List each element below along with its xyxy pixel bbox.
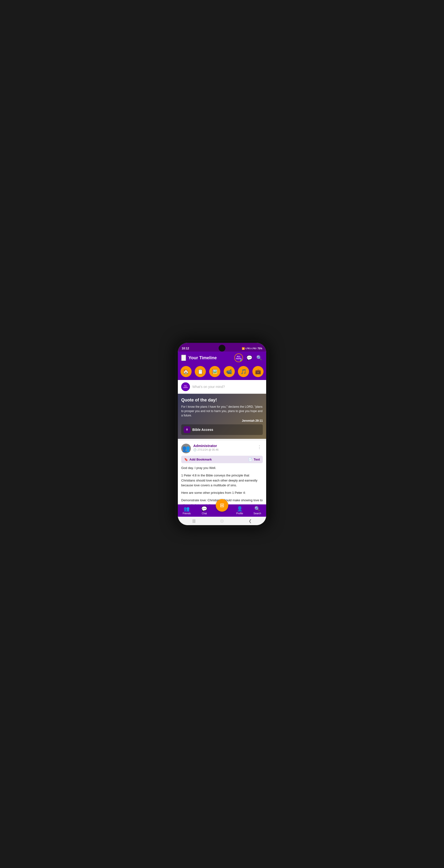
- content-area: ALLFAITH What's on your mind? Quote of t…: [178, 380, 266, 504]
- recent-apps-icon[interactable]: |||: [192, 519, 195, 523]
- nav-chat[interactable]: 💬 Chat: [197, 506, 212, 515]
- text-label: Text: [254, 458, 260, 461]
- post-action-bar: 🔖 Add Bookmark 📄 Text: [181, 456, 263, 463]
- home-indicator: ||| □ ❮: [178, 517, 266, 525]
- app-title: Your Timeline: [188, 355, 217, 361]
- quote-title: Quote of the day!: [181, 398, 263, 403]
- text-icon: 📄: [248, 458, 252, 461]
- feeds-fab-button[interactable]: ⊞: [216, 499, 228, 512]
- post-author-name: Administrator: [193, 444, 218, 448]
- post-timestamp: 🕐 27/11/24 @ 05:46: [193, 448, 218, 452]
- briefcase-icon-btn[interactable]: 💼: [253, 366, 264, 377]
- text-button[interactable]: 📄 Text: [248, 458, 260, 461]
- post-input-bar[interactable]: ALLFAITH What's on your mind?: [178, 380, 266, 394]
- quote-banner: Quote of the day! For I know the plans I…: [178, 394, 266, 439]
- user-avatar[interactable]: ALLFAITH: [234, 353, 243, 362]
- message-button[interactable]: 💬: [246, 354, 253, 361]
- search-button[interactable]: 🔍: [256, 354, 263, 361]
- chat-label: Chat: [202, 512, 207, 515]
- search-nav-icon: 🔍: [254, 506, 260, 512]
- user-avatar-small: ALLFAITH: [181, 382, 190, 391]
- home-button[interactable]: □: [221, 519, 223, 523]
- post-meta: Administrator 🕐 27/11/24 @ 05:46: [193, 444, 218, 452]
- feeds-grid-icon: ⊞: [220, 502, 224, 508]
- app-bar-left: ☰ Your Timeline: [181, 355, 217, 361]
- image-icon-btn[interactable]: 🖼️: [209, 366, 220, 377]
- friends-label: Friends: [183, 512, 190, 515]
- search-icon: 🔍: [256, 355, 262, 361]
- bookmark-label: Add Bookmark: [189, 458, 212, 461]
- news-icon-btn[interactable]: 📋: [195, 366, 206, 377]
- phone-screen: 10:12 📶 LTE1 LTE2 75% ☰ Your Timeline AL…: [178, 343, 266, 525]
- app-bar-right: ALLFAITH 💬 🔍: [234, 353, 263, 362]
- post-time-value: 27/11/24 @ 05:46: [197, 448, 218, 451]
- home-icon-btn[interactable]: 🏠: [180, 366, 191, 377]
- friends-icon: 👥: [184, 506, 190, 512]
- nav-search[interactable]: 🔍 Search: [250, 506, 264, 515]
- post-input-placeholder[interactable]: What's on your mind?: [192, 385, 225, 389]
- post-more-button[interactable]: ⋮: [256, 444, 263, 451]
- post-paragraph-1: God day. I pray you Well.: [181, 466, 263, 471]
- people-icon: 👥: [182, 445, 190, 452]
- chat-icon: 💬: [201, 506, 207, 512]
- message-icon: 💬: [246, 355, 253, 361]
- post-author-avatar: 👥: [181, 444, 191, 453]
- wifi-icon: 📶: [242, 347, 245, 350]
- bible-icon: ✝: [184, 426, 190, 433]
- camera-notch: [218, 345, 226, 351]
- post-paragraph-3: Here are some other principles from 1 Pe…: [181, 490, 263, 495]
- bottom-nav: ⊞ 👥 Friends 💬 Chat Feeds 👤 Profile 🔍 Sea…: [178, 504, 266, 517]
- user-avatar-logo: ALLFAITH: [181, 382, 190, 391]
- back-button[interactable]: ❮: [248, 519, 252, 523]
- online-badge: [240, 360, 242, 362]
- post-content: God day. I pray you Well. 1 Peter 4:8 in…: [181, 466, 263, 504]
- bible-access-btn[interactable]: ✝ Bible Access: [181, 424, 263, 435]
- profile-icon: 👤: [237, 506, 243, 512]
- post-paragraph-2: 1 Peter 4:8 in the Bible conveys the pri…: [181, 473, 263, 488]
- icon-row: 🏠 📋 🖼️ 📹 🎵 💼: [178, 364, 266, 380]
- music-icon-btn[interactable]: 🎵: [238, 366, 249, 377]
- bible-access-label: Bible Access: [192, 428, 213, 432]
- nav-friends[interactable]: 👥 Friends: [180, 506, 194, 515]
- quote-text: For I know the plans I have for you," de…: [181, 405, 263, 417]
- status-time: 10:12: [182, 347, 189, 350]
- menu-button[interactable]: ☰: [181, 355, 186, 361]
- post-header: 👥 Administrator 🕐 27/11/24 @ 05:46 ⋮: [181, 444, 263, 453]
- clock-icon: 🕐: [193, 448, 197, 451]
- phone-frame: 10:12 📶 LTE1 LTE2 75% ☰ Your Timeline AL…: [175, 340, 269, 528]
- nav-profile[interactable]: 👤 Profile: [232, 506, 247, 515]
- bookmark-icon: 🔖: [184, 458, 188, 461]
- lte-indicator: LTE1 LTE2: [246, 347, 257, 350]
- search-label: Search: [254, 512, 261, 515]
- status-indicators: 📶 LTE1 LTE2 75%: [242, 347, 262, 350]
- app-bar: ☰ Your Timeline ALLFAITH 💬 🔍: [178, 351, 266, 364]
- profile-label: Profile: [236, 512, 243, 515]
- add-bookmark-button[interactable]: 🔖 Add Bookmark: [184, 458, 212, 461]
- quote-reference: Jeremiah 29:11: [181, 419, 263, 423]
- post-card: 👥 Administrator 🕐 27/11/24 @ 05:46 ⋮: [178, 441, 266, 504]
- battery-indicator: 75%: [258, 347, 262, 350]
- video-icon-btn[interactable]: 📹: [224, 366, 235, 377]
- post-header-left: 👥 Administrator 🕐 27/11/24 @ 05:46: [181, 444, 218, 453]
